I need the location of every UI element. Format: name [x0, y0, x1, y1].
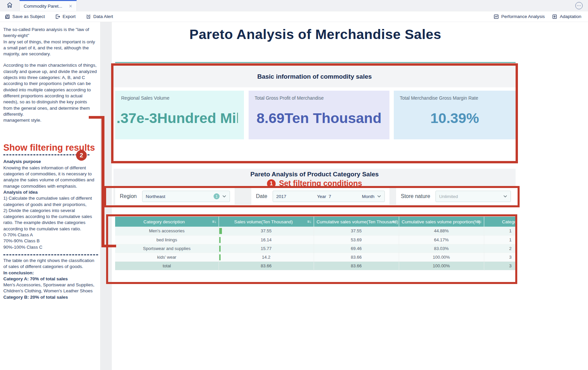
save-as-subject-label: Save as Subject	[12, 14, 45, 19]
region-filter-group: Region Northeast 1	[115, 188, 235, 205]
save-as-subject-button[interactable]: Save as Subject	[5, 14, 45, 19]
save-icon	[5, 14, 10, 19]
cell-category: Men's accessories	[115, 227, 219, 235]
dashboard-canvas: Pareto Analysis of Merchandise Sales Bas…	[112, 22, 588, 370]
sort-toggle-icon[interactable]: ≡↕	[477, 220, 482, 224]
pareto-table-card: Category description ≡↓ Sales volume(Ten…	[115, 217, 516, 332]
ellipsis-icon: ⋯	[577, 3, 581, 8]
cell-category: Sportswear and supplies	[115, 244, 219, 253]
sales-data-bar	[219, 246, 221, 252]
analysis-purpose-text: Knowing the sales information of differe…	[3, 165, 97, 189]
kpi-card-regional-sales-volume: Regional Sales Volume .37e-3Hundred Mill…	[115, 91, 244, 139]
cell-sales: 37.55	[219, 227, 314, 235]
cell-cumulative: 83.66	[314, 253, 399, 261]
basic-info-heading: Basic information of commodity sales	[113, 66, 516, 80]
date-month-value: 7	[329, 194, 331, 199]
abc-classification-text: According to the main characteristics of…	[3, 62, 97, 123]
cell-sales: 14.2	[219, 253, 314, 261]
column-header-category-description[interactable]: Category description ≡↓	[115, 217, 219, 227]
sidebar-notes-panel: The so-called Pareto analysis is the "la…	[0, 22, 100, 370]
cell-sales: 16.14	[219, 235, 314, 244]
kpi-card-gross-margin-rate: Total Merchandise Gross Margin Rate 10.3…	[394, 91, 516, 139]
section-divider-line	[115, 62, 516, 63]
cell-class: 1	[484, 227, 516, 235]
column-header-category-class[interactable]: Category	[484, 217, 516, 227]
pareto-section-heading: Pareto Analysis of Product Category Sale…	[113, 169, 516, 178]
kpi-label: Regional Sales Volume	[121, 95, 238, 101]
tabbar-spacer	[77, 0, 575, 11]
basic-info-section-band: Basic information of commodity sales	[113, 66, 516, 87]
cell-proportion: 44.88%	[399, 227, 484, 235]
export-label: Export	[63, 14, 76, 19]
close-icon[interactable]: ✕	[69, 4, 72, 9]
sort-descending-icon[interactable]: ≡↓	[212, 220, 216, 224]
store-nature-label: Store nature	[401, 193, 430, 199]
date-select[interactable]: 2017 Year 7 Month	[273, 191, 385, 202]
adaptation-label: Adaptation	[560, 14, 581, 19]
region-selected-value: Northeast	[146, 194, 211, 199]
store-nature-filter-group: Store nature Unlimited	[396, 188, 516, 205]
performance-analysis-button[interactable]: Performance Analysis	[494, 14, 545, 19]
column-header-cumulative-sales[interactable]: Cumulative sales volume(Ten Thousand) ≡↕	[314, 217, 399, 227]
cell-cumulative: 37.55	[314, 227, 399, 235]
kpi-value: 10.39%	[400, 110, 510, 126]
pareto-section-band: Pareto Analysis of Product Category Sale…	[113, 169, 516, 188]
date-year-value: 2017	[276, 194, 286, 199]
date-filter-group: Date 2017 Year 7 Month	[251, 188, 389, 205]
cell-class: 1	[484, 235, 516, 244]
table-total-row: total 83.66 83.66 100.00% 3	[115, 261, 516, 270]
cell-proportion: 100.00%	[399, 261, 484, 270]
alarm-icon	[86, 14, 91, 19]
kpi-value: .37e-3Hundred Million	[116, 110, 238, 126]
tab-title: Commodity Paret...	[24, 4, 65, 9]
performance-analysis-label: Performance Analysis	[501, 14, 545, 19]
home-icon	[6, 2, 13, 10]
table-row: bed linings 16.14 53.69 64.17% 1	[115, 235, 516, 244]
dashboard-title: Pareto Analysis of Merchandise Sales	[115, 27, 516, 42]
cell-sales: 83.66	[219, 261, 314, 270]
export-button[interactable]: Export	[55, 14, 76, 19]
cell-proportion: 83.03%	[399, 244, 484, 253]
sort-descending-icon[interactable]: ≡↓	[307, 220, 311, 224]
cell-sales: 15.77	[219, 244, 314, 253]
kpi-label: Total Gross Profit of Merchandise	[255, 95, 383, 101]
column-header-sales-volume[interactable]: Sales volume(Ten Thousand) ≡↓	[219, 217, 314, 227]
cell-cumulative: 53.69	[314, 235, 399, 244]
chevron-down-icon	[222, 195, 226, 198]
date-year-month-text: Year 7	[289, 194, 359, 199]
sales-data-bar	[219, 254, 221, 260]
table-row: Sportswear and supplies 15.77 69.46 83.0…	[115, 244, 516, 253]
category-a-text: Men's Accessories, Sportswear and Suppli…	[3, 282, 97, 294]
sort-toggle-icon[interactable]: ≡↕	[392, 220, 396, 224]
table-row: kids' wear 14.2 83.66 100.00% 3	[115, 253, 516, 261]
data-alert-label: Data Alert	[93, 14, 113, 19]
region-select[interactable]: Northeast 1	[142, 191, 230, 202]
tab-commodity-pareto[interactable]: Commodity Paret... ✕	[19, 0, 77, 11]
dashed-separator	[3, 254, 98, 255]
chevron-down-icon	[377, 195, 381, 198]
export-icon	[55, 14, 60, 19]
home-button[interactable]	[0, 0, 19, 11]
year-label: Year	[317, 194, 326, 199]
store-nature-select[interactable]: Unlimited	[435, 191, 511, 202]
sales-data-bar	[219, 228, 222, 234]
conclusion-heading: In conclusion:	[3, 270, 97, 276]
date-filter-label: Date	[256, 193, 267, 199]
cell-cumulative: 69.46	[314, 244, 399, 253]
data-alert-button[interactable]: Data Alert	[86, 14, 113, 19]
region-filter-label: Region	[120, 193, 137, 199]
column-header-cumulative-proportion[interactable]: Cumulative sales volume proportion(%) ≡↕	[399, 217, 484, 227]
tab-bar: Commodity Paret... ✕ ⋯	[0, 0, 588, 11]
selection-count-badge: 1	[214, 193, 220, 199]
table-note-text: The table on the right shows the classif…	[3, 258, 97, 270]
cell-class: 3	[484, 261, 516, 270]
kpi-card-total-gross-profit: Total Gross Profit of Merchandise 8.69Te…	[249, 91, 389, 139]
adaptation-button[interactable]: Adaptation	[552, 14, 581, 19]
category-b-heading: Category B: 20% of total sales	[3, 294, 97, 300]
analysis-idea-text: 1) Calculate the cumulative sales of dif…	[3, 195, 97, 250]
kpi-value: 8.69Ten Thousand	[255, 110, 383, 126]
table-row: Men's accessories 37.55 37.55 44.88% 1	[115, 227, 516, 235]
cell-class: 2	[484, 244, 516, 253]
more-options-button[interactable]: ⋯	[575, 2, 583, 9]
cell-cumulative: 83.66	[314, 261, 399, 270]
